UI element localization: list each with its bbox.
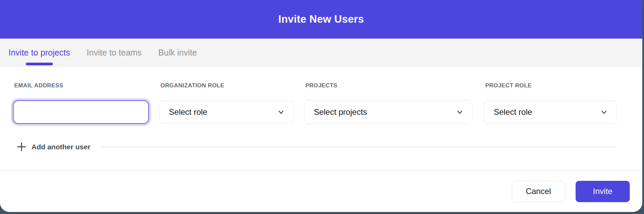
chevron-down-icon [456, 108, 464, 116]
add-another-user-button[interactable]: Add another user [13, 142, 90, 151]
invite-button[interactable]: Invite [576, 181, 630, 202]
projects-select[interactable]: Select projects [304, 100, 473, 124]
tab-label: Bulk invite [158, 48, 197, 58]
tab-label: Invite to projects [8, 48, 70, 58]
select-value: Select role [169, 107, 207, 117]
email-address-label: EMAIL ADDRESS [13, 82, 149, 89]
tab-bar: Invite to projects Invite to teams Bulk … [0, 39, 642, 67]
tab-bulk-invite[interactable]: Bulk invite [158, 39, 197, 66]
dialog-title: Invite New Users [278, 13, 364, 25]
tab-invite-to-teams[interactable]: Invite to teams [87, 39, 142, 66]
project-role-select[interactable]: Select role [484, 100, 617, 124]
invite-row: EMAIL ADDRESS ORGANIZATION ROLE Select r… [13, 82, 617, 124]
dialog-footer: Cancel Invite [0, 170, 642, 212]
organization-role-label: ORGANIZATION ROLE [159, 82, 294, 89]
add-user-row: Add another user [13, 142, 617, 151]
chevron-down-icon [600, 108, 608, 116]
dialog-header: Invite New Users [0, 0, 642, 39]
invite-dialog: Invite New Users Invite to projects Invi… [0, 0, 642, 212]
organization-role-column: ORGANIZATION ROLE Select role [159, 82, 294, 124]
email-field-column: EMAIL ADDRESS [13, 82, 149, 124]
project-role-column: PROJECT ROLE Select role [484, 82, 617, 124]
select-value: Select projects [314, 107, 367, 117]
add-another-user-label: Add another user [31, 143, 90, 151]
projects-column: PROJECTS Select projects [304, 82, 473, 124]
invite-form: EMAIL ADDRESS ORGANIZATION ROLE Select r… [0, 67, 642, 170]
tab-invite-to-projects[interactable]: Invite to projects [8, 39, 70, 66]
divider [101, 147, 616, 147]
plus-icon [17, 142, 26, 151]
projects-label: PROJECTS [304, 82, 473, 89]
tab-label: Invite to teams [87, 48, 142, 58]
organization-role-select[interactable]: Select role [159, 100, 294, 124]
email-input[interactable] [13, 100, 149, 124]
chevron-down-icon [277, 108, 285, 116]
cancel-button[interactable]: Cancel [512, 181, 565, 202]
project-role-label: PROJECT ROLE [484, 82, 617, 89]
select-value: Select role [494, 107, 532, 117]
